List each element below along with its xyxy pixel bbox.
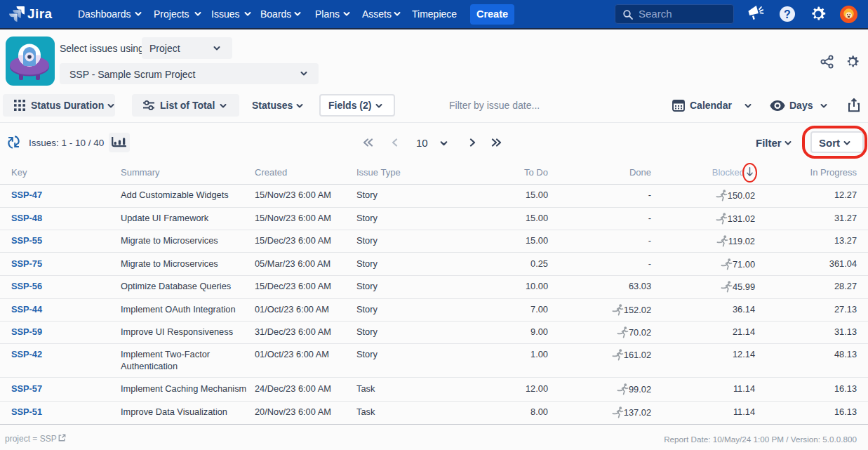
svg-text:?: ?: [784, 8, 791, 20]
